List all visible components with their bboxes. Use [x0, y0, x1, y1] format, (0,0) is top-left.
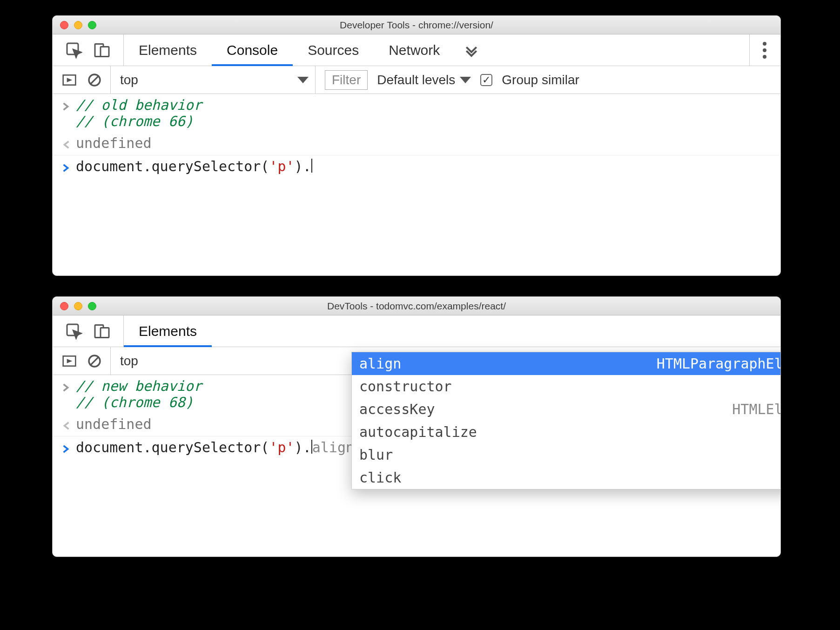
input-chevron-icon [62, 97, 76, 114]
console-prompt-row[interactable]: document.querySelector('p'). [53, 155, 780, 178]
ac-name: autocapitalize [359, 424, 477, 440]
window-controls [53, 21, 96, 29]
prompt-text: document.querySelector('p').align [76, 439, 354, 456]
ac-name: accessKey [359, 401, 435, 417]
code-text: // old behavior // (chrome 66) [76, 97, 202, 129]
autocomplete-popup: align HTMLParagraphElement constructor a… [351, 352, 781, 489]
ac-type: HTMLParagraphElement [657, 355, 781, 372]
device-toggle-icon[interactable] [94, 323, 110, 340]
svg-line-5 [90, 75, 99, 84]
ac-type: HTMLElement [732, 401, 781, 417]
log-levels-select[interactable]: Default levels [377, 73, 471, 87]
prompt-chevron-icon [62, 439, 76, 456]
toolbar-right [749, 34, 780, 66]
tab-sources[interactable]: Sources [293, 34, 374, 66]
chevron-down-icon [297, 77, 309, 83]
result-chevron-icon [62, 416, 76, 433]
console-body: // old behavior // (chrome 66) undefined… [53, 94, 780, 178]
tab-console[interactable]: Console [212, 34, 293, 66]
console-sidebar-toggle-icon[interactable] [62, 73, 77, 87]
zoom-button[interactable] [88, 21, 96, 29]
window-title: Developer Tools - chrome://version/ [53, 20, 780, 31]
close-button[interactable] [60, 302, 68, 310]
prompt-chevron-icon [62, 158, 76, 175]
console-input-row: // old behavior // (chrome 66) [53, 94, 780, 132]
input-chevron-icon [62, 378, 76, 395]
autocomplete-item[interactable]: blur [352, 443, 781, 466]
kebab-menu-icon[interactable] [763, 42, 767, 59]
group-similar-label: Group similar [502, 73, 579, 87]
result-chevron-icon [62, 135, 76, 152]
context-select[interactable]: top [120, 66, 316, 94]
ac-name: blur [359, 447, 393, 463]
ac-name: click [359, 469, 401, 486]
ac-name: constructor [359, 378, 452, 395]
tab-elements[interactable]: Elements [124, 34, 212, 66]
window-controls [53, 302, 96, 310]
ghost-completion: align [312, 439, 354, 456]
svg-rect-8 [101, 328, 109, 337]
titlebar: DevTools - todomvc.com/examples/react/ [53, 297, 780, 315]
filter-input[interactable]: Filter [325, 70, 368, 90]
code-text: // new behavior // (chrome 68) [76, 378, 202, 410]
window-title: DevTools - todomvc.com/examples/react/ [53, 301, 780, 312]
text-caret [311, 159, 312, 173]
titlebar: Developer Tools - chrome://version/ [53, 16, 780, 34]
tabbar: Elements Console Sources Network [53, 34, 780, 66]
levels-label: Default levels [377, 73, 455, 87]
inspect-icon[interactable] [66, 323, 82, 340]
close-button[interactable] [60, 21, 68, 29]
svg-rect-2 [101, 47, 109, 56]
console-result-row: undefined [53, 132, 780, 155]
inspect-icon[interactable] [66, 42, 82, 59]
devtools-window-new: DevTools - todomvc.com/examples/react/ E… [52, 296, 781, 557]
device-toggle-icon[interactable] [94, 42, 110, 59]
tab-network[interactable]: Network [374, 34, 455, 66]
autocomplete-item[interactable]: accessKey HTMLElement [352, 398, 781, 421]
console-sidebar-toggle-icon[interactable] [62, 354, 77, 369]
zoom-button[interactable] [88, 302, 96, 310]
clear-console-icon[interactable] [87, 73, 102, 87]
context-label: top [120, 73, 138, 87]
console-toolbar: top Filter Default levels ✓ Group simila… [53, 66, 780, 94]
console-body: align HTMLParagraphElement constructor a… [53, 375, 780, 459]
devtools-window-old: Developer Tools - chrome://version/ Elem… [52, 15, 781, 276]
minimize-button[interactable] [74, 21, 82, 29]
tab-elements[interactable]: Elements [124, 315, 212, 347]
ac-name: align [359, 355, 401, 372]
autocomplete-item[interactable]: click [352, 466, 781, 489]
autocomplete-item[interactable]: align HTMLParagraphElement [352, 352, 781, 375]
autocomplete-item[interactable]: autocapitalize [352, 421, 781, 443]
group-similar-checkbox[interactable]: ✓ [480, 74, 492, 86]
minimize-button[interactable] [74, 302, 82, 310]
svg-line-11 [90, 356, 99, 365]
autocomplete-item[interactable]: constructor [352, 375, 781, 398]
context-select[interactable]: top [120, 347, 213, 375]
clear-console-icon[interactable] [87, 354, 102, 369]
tabs-overflow-icon[interactable] [455, 43, 488, 58]
toolbar-left [53, 34, 124, 66]
toolbar-left [53, 315, 124, 347]
prompt-text: document.querySelector('p'). [76, 158, 312, 174]
tabbar: Elements [53, 315, 780, 347]
result-text: undefined [76, 416, 152, 432]
context-label: top [120, 354, 138, 369]
result-text: undefined [76, 135, 152, 151]
chevron-down-icon [460, 77, 471, 83]
